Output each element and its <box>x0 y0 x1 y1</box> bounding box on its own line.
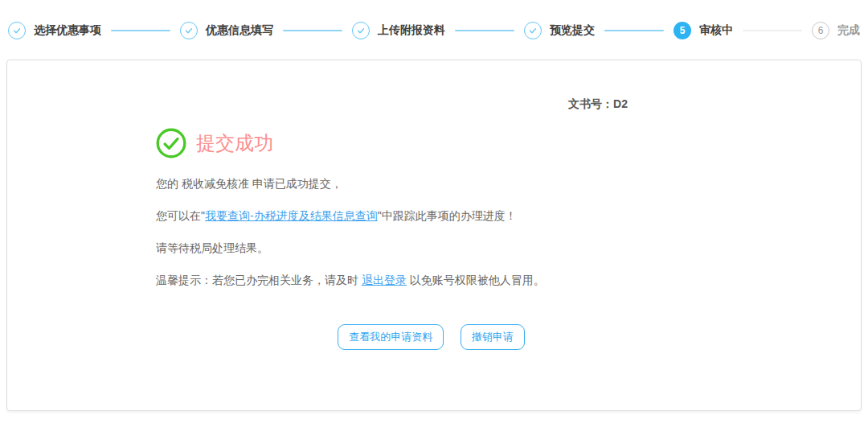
stepper-step-label: 优惠信息填写 <box>206 23 273 38</box>
stepper-step-upload-materials: 上传附报资料 <box>352 22 445 39</box>
step-number-badge: 6 <box>812 22 829 39</box>
withdraw-application-button[interactable]: 撤销申请 <box>461 324 525 350</box>
success-check-icon <box>156 128 186 158</box>
stepper-connector <box>604 30 664 31</box>
stepper-connector <box>111 30 170 31</box>
check-circle-icon <box>524 22 542 39</box>
success-header: 提交成功 <box>156 128 706 158</box>
stepper-step-fill-info: 优惠信息填写 <box>180 22 273 39</box>
step-number-badge: 5 <box>674 22 691 39</box>
stepper-step-under-review: 5 审核中 <box>674 22 733 39</box>
check-circle-icon <box>352 22 370 39</box>
message-text: 您可以在" <box>156 209 205 222</box>
message-line-wait-result: 请等待税局处理结果。 <box>156 241 706 255</box>
message-text: 以免账号权限被他人冒用。 <box>407 274 545 286</box>
check-circle-icon <box>8 22 26 39</box>
message-text: "中跟踪此事项的办理进度！ <box>378 209 517 222</box>
stepper-step-select-items: 选择优惠事项 <box>8 22 101 39</box>
stepper-step-complete: 6 完成 <box>812 22 860 39</box>
stepper-step-label: 完成 <box>837 23 860 38</box>
action-button-row: 查看我的申请资料 撤销申请 <box>156 324 706 350</box>
message-text: 请等待税局处理结果。 <box>156 241 268 254</box>
message-text: 您的 税收减免核准 申请已成功提交， <box>156 177 342 190</box>
query-progress-link[interactable]: 我要查询-办税进度及结果信息查询 <box>205 209 378 222</box>
stepper-step-preview-submit: 预览提交 <box>524 22 595 39</box>
stepper-step-label: 审核中 <box>699 23 733 38</box>
progress-stepper: 选择优惠事项 优惠信息填写 上传附报资料 预览提交 5 审核中 6 完成 <box>0 21 868 40</box>
stepper-step-label: 选择优惠事项 <box>34 23 101 38</box>
stepper-connector <box>283 30 342 31</box>
stepper-step-label: 上传附报资料 <box>378 23 445 38</box>
success-title: 提交成功 <box>196 130 273 156</box>
message-line-tip: 温馨提示：若您已办完相关业务，请及时 退出登录 以免账号权限被他人冒用。 <box>156 274 706 287</box>
view-application-button[interactable]: 查看我的申请资料 <box>338 324 444 350</box>
logout-link[interactable]: 退出登录 <box>362 274 407 286</box>
stepper-step-label: 预览提交 <box>550 23 595 38</box>
document-number: 文书号：D2 <box>156 97 706 112</box>
stepper-connector <box>455 30 514 31</box>
check-circle-icon <box>180 22 198 39</box>
stepper-connector <box>743 30 802 31</box>
message-text: 温馨提示：若您已办完相关业务，请及时 <box>156 274 362 286</box>
result-panel: 文书号：D2 提交成功 您的 税收减免核准 申请已成功提交， 您可以在"我要查询… <box>6 60 862 411</box>
message-line-track-progress: 您可以在"我要查询-办税进度及结果信息查询"中跟踪此事项的办理进度！ <box>156 209 706 223</box>
message-line-submitted: 您的 税收减免核准 申请已成功提交， <box>156 177 706 191</box>
